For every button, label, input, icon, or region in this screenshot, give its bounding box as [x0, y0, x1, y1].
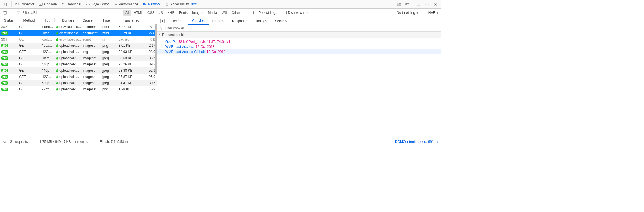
type-ws[interactable]: WS: [219, 10, 229, 16]
detail-tab-security[interactable]: Security: [271, 17, 291, 25]
cookie-list: GeoIP:US:NY:Port_Jervis:41.37:-74.64:v4W…: [157, 38, 441, 56]
type-filters: All HTML CSS JS XHR Fonts Images Media W…: [123, 10, 242, 16]
disable-cache-checkbox[interactable]: Disable cache: [283, 11, 309, 15]
url-filter: [16, 11, 106, 15]
svg-rect-31: [56, 45, 58, 47]
separator: [413, 1, 413, 7]
svg-rect-30: [56, 39, 58, 41]
finish-time: Finish: 7,149.53 min: [100, 140, 130, 144]
tab-label: Style Editor: [91, 2, 109, 6]
domcontentloaded-time: DOMContentLoaded: 691 ms: [395, 140, 439, 144]
inspector-icon: [15, 2, 19, 6]
disable-cache-input[interactable]: [283, 11, 287, 14]
separator: [34, 139, 34, 145]
col-transferred[interactable]: Transferred: [117, 18, 144, 22]
request-table: Status Method F... Domain Cause Type Tra…: [0, 17, 157, 138]
type-js[interactable]: JS: [157, 10, 165, 16]
lock-icon: [56, 69, 59, 72]
dock-button[interactable]: [414, 0, 423, 8]
table-row[interactable]: 200GET440px-...upload.wiki...imagesetjpe…: [0, 67, 157, 74]
pause-button[interactable]: [113, 11, 120, 14]
detail-tab-headers[interactable]: Headers: [168, 17, 188, 25]
rulers-button[interactable]: [403, 0, 412, 8]
type-all[interactable]: All: [123, 10, 131, 16]
type-media[interactable]: Media: [205, 10, 219, 16]
table-row[interactable]: 200GETHitchhi...en.wikipedia...documenth…: [0, 30, 157, 36]
type-xhr[interactable]: XHR: [165, 10, 177, 16]
lock-icon: [56, 57, 59, 60]
clear-button[interactable]: [2, 9, 8, 17]
console-icon: [39, 2, 43, 6]
toggle-raw-button[interactable]: [160, 19, 165, 23]
persist-logs-input[interactable]: [253, 11, 257, 14]
table-row[interactable]: 200GETH2G2_f...upload.wiki...imagesetjpe…: [0, 74, 157, 80]
col-status[interactable]: Status: [0, 18, 18, 22]
tab-label: Console: [44, 2, 57, 6]
svg-rect-34: [56, 64, 58, 65]
tab-performance[interactable]: Performance: [111, 0, 140, 8]
lock-icon: [56, 63, 59, 66]
tab-console[interactable]: Console: [37, 0, 59, 8]
type-fonts[interactable]: Fonts: [177, 10, 190, 16]
performance-gauge-icon[interactable]: [2, 140, 6, 144]
persist-logs-checkbox[interactable]: Persist Logs: [253, 11, 277, 15]
type-images[interactable]: Images: [190, 10, 205, 16]
table-row[interactable]: 200GETUltimat...upload.wiki...imagesetjp…: [0, 55, 157, 61]
tab-network[interactable]: Network: [140, 0, 163, 8]
tab-inspector[interactable]: Inspector: [13, 0, 37, 8]
cookie-item[interactable]: WMF-Last-Access-Global:12-Oct-2018: [157, 49, 441, 54]
col-file[interactable]: F...: [40, 18, 55, 22]
request-detail-pane: Headers Cookies Params Response Timings …: [157, 17, 441, 138]
cookie-filter-input[interactable]: [165, 26, 439, 30]
table-row[interactable]: 200GETH2G2_...upload.wiki...imgjpeg28.93…: [0, 49, 157, 55]
table-row[interactable]: 200GET500px-...upload.wiki...imagesetjpe…: [0, 80, 157, 86]
svg-line-41: [4, 141, 5, 143]
svg-point-4: [62, 3, 64, 5]
detail-tab-timings[interactable]: Timings: [251, 17, 271, 25]
table-row[interactable]: 200GET440px-...upload.wiki...imagesetjpe…: [0, 61, 157, 67]
tab-label: Performance: [119, 2, 138, 6]
svg-point-10: [167, 3, 168, 3]
scrollbar-thumb[interactable]: [155, 24, 157, 74]
detail-tab-response[interactable]: Response: [228, 17, 251, 25]
col-domain[interactable]: Domain: [55, 18, 81, 22]
transferred-size: 1.75 MB / 649.47 KB transferred: [40, 140, 88, 144]
responsive-mode-button[interactable]: [395, 0, 403, 8]
tab-label: Inspector: [20, 2, 34, 6]
svg-rect-3: [39, 3, 42, 5]
tab-debugger[interactable]: Debugger: [59, 0, 84, 8]
table-row[interactable]: 304GETload.ph...en.wikipedia...scriptjsc…: [0, 36, 157, 43]
stepper-icon: ▲▼: [436, 11, 439, 14]
col-type[interactable]: Type: [101, 18, 117, 22]
separator: [136, 139, 136, 145]
cookie-item[interactable]: WMF-Last-Access:12-Oct-2018: [165, 44, 441, 49]
table-row[interactable]: 302GETindex.p...en.wikipedia...documenth…: [0, 24, 157, 30]
request-cookies-section[interactable]: ▼ Request cookies: [157, 32, 441, 38]
filter-url-input[interactable]: [21, 11, 106, 15]
svg-rect-29: [56, 33, 58, 34]
tab-style-editor[interactable]: Style Editor: [84, 0, 111, 8]
col-cause[interactable]: Cause: [81, 18, 101, 22]
har-select[interactable]: HAR ▲▼: [428, 11, 439, 15]
type-other[interactable]: Other: [229, 10, 242, 16]
pick-element-button[interactable]: [2, 0, 10, 8]
funnel-icon: [17, 11, 20, 14]
table-row[interactable]: 200GET22px-L...upload.wiki...imagesetpng…: [0, 86, 157, 92]
type-css[interactable]: CSS: [145, 10, 157, 16]
detail-tab-params[interactable]: Params: [209, 17, 228, 25]
svg-rect-35: [56, 70, 58, 72]
svg-rect-1: [15, 3, 19, 5]
col-method[interactable]: Method: [18, 18, 40, 22]
detail-tab-cookies[interactable]: Cookies: [188, 17, 208, 25]
svg-rect-36: [56, 77, 58, 78]
type-html[interactable]: HTML: [131, 10, 145, 16]
lock-icon: [56, 44, 59, 47]
lock-icon: [56, 50, 59, 53]
tab-accessibility[interactable]: Accessibility New: [163, 0, 199, 8]
more-button[interactable]: [423, 0, 431, 8]
table-row[interactable]: 200GET40px-S...upload.wiki...imagesetpng…: [0, 43, 157, 49]
throttling-select[interactable]: No throttling ▲▼: [397, 11, 418, 15]
close-button[interactable]: [431, 0, 440, 8]
cookie-value: 12-Oct-2018: [196, 45, 214, 49]
cookie-item[interactable]: GeoIP:US:NY:Port_Jervis:41.37:-74.64:v4: [165, 39, 441, 44]
